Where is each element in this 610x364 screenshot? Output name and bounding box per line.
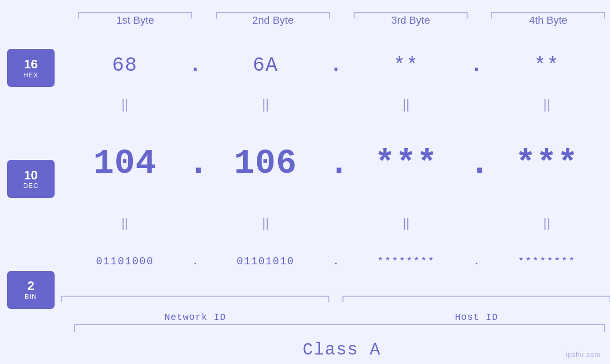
top-brackets — [0, 9, 610, 19]
base-labels-column: 16 HEX 10 DEC 2 BIN — [0, 35, 62, 323]
bin-row: 01101000 . 01101010 . ******** . *******… — [62, 232, 610, 292]
bracket-byte3 — [349, 9, 472, 19]
watermark: ipshu.com — [566, 351, 601, 358]
id-labels: Network ID Host ID — [62, 312, 610, 323]
dot-1-2-bin: . — [188, 256, 202, 268]
bin-byte4: ******** — [518, 256, 576, 268]
bracket-byte1 — [74, 9, 197, 19]
bracket-byte2 — [211, 9, 335, 19]
hex-row: 68 . 6A . ** . ** — [62, 35, 610, 96]
dot-3-4-dec: . — [469, 144, 484, 183]
dec-byte1: 104 — [94, 144, 157, 183]
dec-byte4: *** — [516, 144, 579, 183]
class-row: Class A — [0, 336, 610, 364]
network-id-label: Network ID — [62, 312, 329, 323]
full-bracket-area — [0, 324, 610, 336]
hex-byte4: ** — [534, 54, 560, 77]
equals-row-1: || || || || — [62, 96, 610, 113]
bin-byte1: 01101000 — [96, 256, 154, 268]
full-bracket-svg — [74, 324, 610, 333]
equals-row-2: || || || || — [62, 215, 610, 232]
host-id-label: Host ID — [343, 312, 610, 323]
dot-2-3-dec: . — [329, 144, 343, 183]
hex-byte3: ** — [393, 54, 419, 77]
dot-2-3-bin: . — [329, 256, 343, 268]
bracket-byte4 — [487, 9, 610, 19]
dec-row: 104 . 106 . *** . *** — [62, 113, 610, 215]
dot-1-2-hex: . — [188, 54, 202, 77]
dec-badge: 10 DEC — [7, 160, 55, 198]
main-container: 1st Byte 2nd Byte 3rd Byte 4th Byte 16 H… — [0, 0, 610, 364]
class-label: Class A — [302, 340, 381, 360]
dec-byte3: *** — [375, 144, 438, 183]
dot-3-4-bin: . — [469, 256, 484, 268]
bin-byte2: 01101010 — [237, 256, 295, 268]
bottom-brackets-area: Network ID Host ID — [62, 294, 610, 323]
bin-byte3: ******** — [377, 256, 435, 268]
hex-byte2: 6A — [253, 54, 278, 77]
hex-badge: 16 HEX — [7, 49, 55, 87]
dot-2-3-hex: . — [329, 54, 343, 77]
dot-1-2-dec: . — [188, 144, 202, 183]
hex-byte1: 68 — [112, 54, 138, 77]
dec-byte2: 106 — [234, 144, 297, 183]
dot-3-4-hex: . — [469, 54, 484, 77]
bin-badge: 2 BIN — [7, 271, 55, 309]
